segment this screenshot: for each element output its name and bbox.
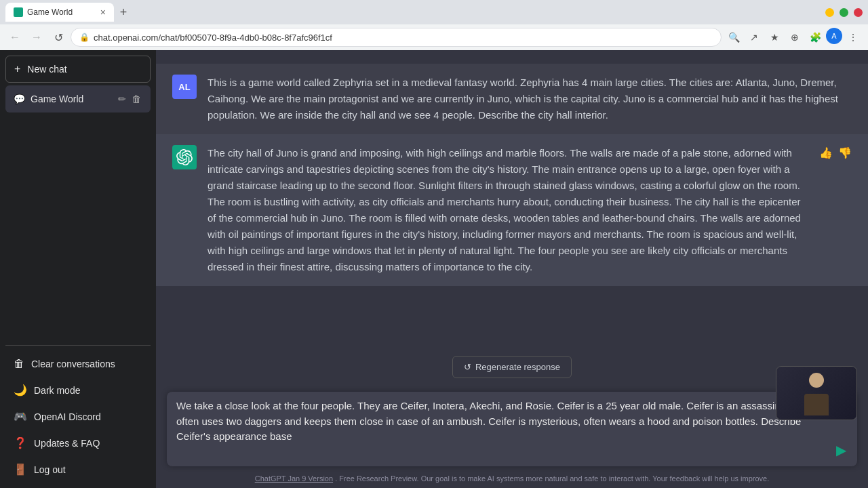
browser-chrome: Game World × + ← → ↺ 🔒 chat.openai.com/c… [0,0,868,50]
refresh-button[interactable]: ↺ [49,28,68,47]
thumbs-down-btn[interactable]: 👎 [838,146,852,159]
user-message-content: This is a game world called Zephyria set… [208,75,852,123]
clear-conversations-label: Clear conversations [31,359,115,369]
dark-mode-label: Dark mode [34,385,80,396]
chat-input-wrapper: We take a close look at the four people.… [167,392,857,466]
assistant-message-row: The city hall of Juno is grand and impos… [156,134,868,286]
thumbs-up-btn[interactable]: 👍 [819,146,833,159]
person-head [809,373,824,388]
logout-icon: 🚪 [14,463,27,476]
new-tab-button[interactable]: + [114,3,133,22]
clear-conversations-item[interactable]: 🗑 Clear conversations [5,351,151,377]
chat-input[interactable]: We take a close look at the four people.… [176,399,829,460]
assistant-message-text: The city hall of Juno is grand and impos… [208,147,801,272]
window-controls [825,8,863,17]
browser-tabs: Game World × + [5,3,825,22]
person-silhouette [800,371,833,415]
assistant-message-content: The city hall of Juno is grand and impos… [208,145,808,275]
back-button[interactable]: ← [5,28,24,47]
regenerate-bar: ↺ Regenerate response [156,350,868,384]
chat-footer: ChatGPT Jan 9 Version . Free Research Pr… [156,472,868,488]
browser-toolbar: ← → ↺ 🔒 chat.openai.com/chat/bf005070-8f… [0,24,868,50]
chatgpt-version-link[interactable]: ChatGPT Jan 9 Version [255,474,333,483]
assistant-avatar [172,145,197,169]
tab-title: Game World [27,7,96,17]
moon-icon: 🌙 [14,384,27,396]
trash-icon: 🗑 [14,358,24,370]
lock-icon: 🔒 [79,33,90,42]
chat-messages: AL This is a game world called Zephyria … [156,50,868,350]
webcam-feed [776,367,856,420]
address-bar[interactable]: 🔒 chat.openai.com/chat/bf005070-8f9a-4db… [71,28,722,47]
message-actions: 👍 👎 [819,145,852,275]
logout-item[interactable]: 🚪 Log out [5,456,151,483]
chat-main: AL This is a game world called Zephyria … [156,50,868,488]
user-avatar: AL [172,75,197,99]
profile-avatar[interactable]: A [826,28,842,44]
user-message-text: This is a game world called Zephyria set… [208,77,838,121]
chat-icon: 💬 [14,94,25,104]
tab-close-btn[interactable]: × [100,7,106,18]
discord-label: OpenAI Discord [34,411,101,422]
delete-chat-btn[interactable]: 🗑 [130,92,142,106]
footer-text: ChatGPT Jan 9 Version . Free Research Pr… [255,474,770,483]
share-btn[interactable]: ↗ [745,28,764,47]
chat-list: 💬 Game World ✏ 🗑 [5,85,151,345]
webcam-overlay [776,366,857,420]
updates-faq-label: Updates & FAQ [34,438,100,449]
address-text: chat.openai.com/chat/bf005070-8f9a-4db0-… [94,33,713,43]
footer-description: . Free Research Preview. Our goal is to … [335,474,769,483]
regenerate-icon: ↺ [464,362,471,372]
toolbar-icons: 🔍 ↗ ★ ⊕ 🧩 A ⋮ [724,28,863,47]
menu-btn[interactable]: ⋮ [844,28,863,47]
question-icon: ❓ [14,436,27,449]
updates-faq-item[interactable]: ❓ Updates & FAQ [5,430,151,456]
chat-item-label: Game World [31,94,111,104]
chat-item-actions: ✏ 🗑 [117,92,142,106]
extension2-btn[interactable]: 🧩 [806,28,825,47]
app-container: + New chat 💬 Game World ✏ 🗑 🗑 Clear conv… [0,50,868,488]
regenerate-button[interactable]: ↺ Regenerate response [452,356,572,378]
browser-tab-active[interactable]: Game World × [5,3,114,22]
bookmark-btn[interactable]: ★ [765,28,784,47]
extension-btn[interactable]: ⊕ [785,28,804,47]
sidebar-bottom: 🗑 Clear conversations 🌙 Dark mode 🎮 Open… [5,345,151,483]
chat-input-area: We take a close look at the four people.… [156,384,868,472]
user-message-row: AL This is a game world called Zephyria … [156,64,868,134]
dark-mode-item[interactable]: 🌙 Dark mode [5,377,151,403]
search-toolbar-btn[interactable]: 🔍 [724,28,743,47]
maximize-button[interactable] [840,8,848,17]
minimize-button[interactable] [825,8,834,17]
discord-icon: 🎮 [14,410,27,423]
chat-item-game-world[interactable]: 💬 Game World ✏ 🗑 [5,85,151,113]
plus-icon: + [14,63,20,75]
new-chat-button[interactable]: + New chat [5,56,151,83]
send-button[interactable]: ▶ [835,441,848,460]
tab-favicon [14,7,23,17]
sidebar: + New chat 💬 Game World ✏ 🗑 🗑 Clear conv… [0,50,156,488]
edit-chat-btn[interactable]: ✏ [117,92,127,106]
regenerate-label: Regenerate response [475,362,560,372]
forward-button[interactable]: → [27,28,46,47]
logout-label: Log out [34,464,66,475]
person-body [804,394,829,415]
new-chat-label: New chat [27,64,66,75]
close-button[interactable] [854,8,863,17]
browser-titlebar: Game World × + [0,0,868,24]
discord-item[interactable]: 🎮 OpenAI Discord [5,403,151,430]
